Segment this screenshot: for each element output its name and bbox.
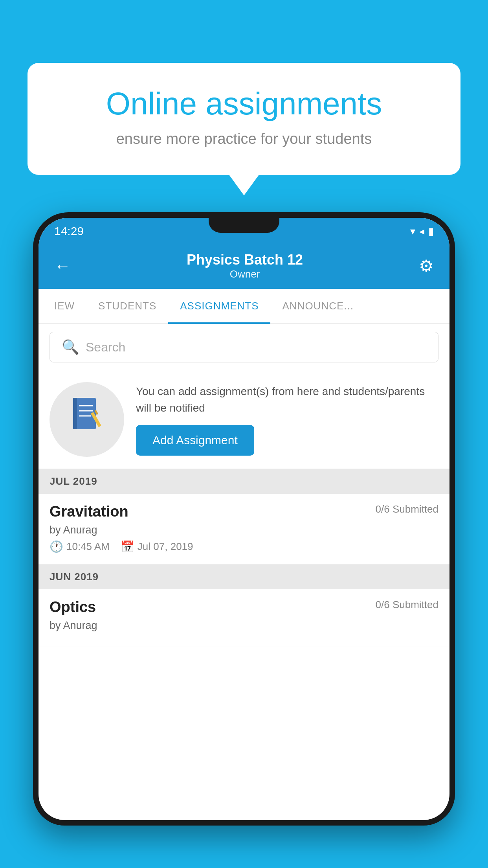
search-input[interactable]: 🔍 Search	[50, 332, 438, 362]
search-icon: 🔍	[62, 339, 79, 355]
notebook-icon	[69, 396, 105, 443]
search-container: 🔍 Search	[39, 324, 449, 370]
settings-icon[interactable]: ⚙	[419, 256, 434, 276]
phone-notch	[209, 212, 279, 233]
search-placeholder: Search	[86, 340, 125, 355]
speech-bubble-title: Online assignments	[55, 86, 433, 121]
signal-icon: ◂	[419, 225, 424, 237]
assignment-name-optics: Optics	[50, 599, 96, 616]
assignment-name: Gravitation	[50, 503, 128, 520]
assignment-meta: 🕐 10:45 AM 📅 Jul 07, 2019	[50, 540, 438, 553]
assignment-date: 📅 Jul 07, 2019	[121, 540, 193, 553]
month-header-jul: JUL 2019	[39, 469, 449, 494]
speech-bubble: Online assignments ensure more practice …	[28, 63, 460, 175]
assignment-submitted: 0/6 Submitted	[376, 503, 438, 515]
month-header-jun: JUN 2019	[39, 565, 449, 589]
back-button[interactable]: ←	[54, 257, 71, 276]
tabs-container: IEW STUDENTS ASSIGNMENTS ANNOUNCE...	[39, 289, 449, 324]
assignment-header-optics: Optics 0/6 Submitted	[50, 599, 438, 616]
status-time: 14:29	[54, 224, 84, 238]
status-icons: ▾ ◂ ▮	[410, 225, 434, 237]
speech-bubble-subtitle: ensure more practice for your students	[55, 131, 433, 147]
tab-iew[interactable]: IEW	[42, 289, 86, 323]
svg-rect-1	[73, 398, 77, 429]
assignment-header: Gravitation 0/6 Submitted	[50, 503, 438, 520]
assignment-author: by Anurag	[50, 524, 438, 536]
tab-announcements[interactable]: ANNOUNCE...	[270, 289, 365, 323]
promo-text: You can add assignment(s) from here and …	[136, 383, 438, 416]
battery-icon: ▮	[428, 225, 434, 237]
phone-container: 14:29 ▾ ◂ ▮ ← Physics Batch 12 Owner ⚙	[33, 212, 455, 868]
header-center: Physics Batch 12 Owner	[187, 252, 303, 280]
clock-icon: 🕐	[50, 540, 63, 553]
assignment-item-optics[interactable]: Optics 0/6 Submitted by Anurag	[39, 589, 449, 647]
phone-screen: 14:29 ▾ ◂ ▮ ← Physics Batch 12 Owner ⚙	[39, 218, 449, 820]
header-title: Physics Batch 12	[187, 252, 303, 268]
assignment-submitted-optics: 0/6 Submitted	[376, 599, 438, 611]
speech-bubble-container: Online assignments ensure more practice …	[28, 63, 460, 175]
phone-outer: 14:29 ▾ ◂ ▮ ← Physics Batch 12 Owner ⚙	[33, 212, 455, 826]
promo-section: You can add assignment(s) from here and …	[39, 370, 449, 469]
promo-content: You can add assignment(s) from here and …	[136, 383, 438, 456]
assignment-item-gravitation[interactable]: Gravitation 0/6 Submitted by Anurag 🕐 10…	[39, 494, 449, 565]
calendar-icon: 📅	[121, 540, 134, 553]
add-assignment-button[interactable]: Add Assignment	[136, 425, 254, 456]
wifi-icon: ▾	[410, 225, 415, 237]
promo-icon-circle	[50, 382, 124, 457]
header-subtitle: Owner	[187, 268, 303, 280]
assignment-author-optics: by Anurag	[50, 620, 438, 632]
app-header: ← Physics Batch 12 Owner ⚙	[39, 245, 449, 289]
tab-students[interactable]: STUDENTS	[86, 289, 168, 323]
tab-assignments[interactable]: ASSIGNMENTS	[168, 289, 270, 323]
assignment-time: 🕐 10:45 AM	[50, 540, 110, 553]
